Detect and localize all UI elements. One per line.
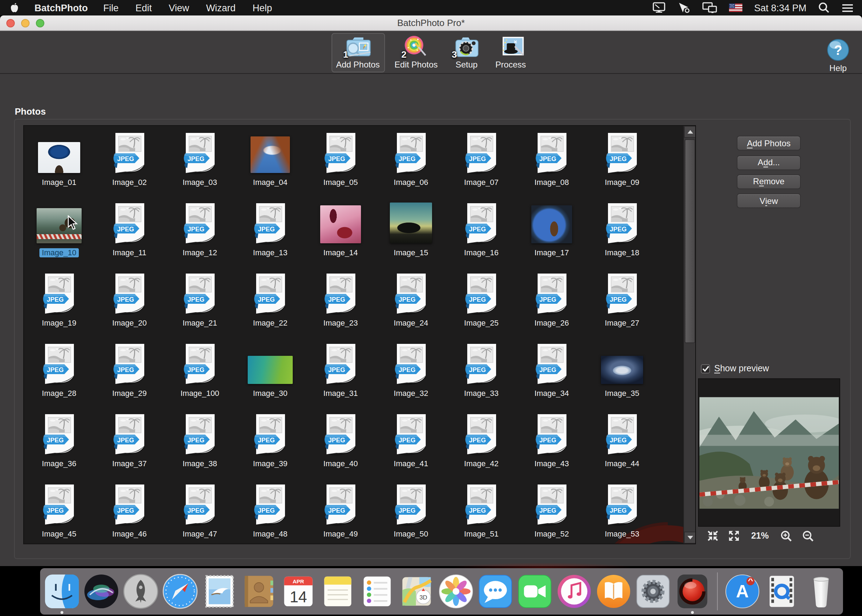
photo-item-image-22[interactable]: JPEG Image_22: [235, 267, 306, 337]
photo-item-image-04[interactable]: Image_04: [235, 126, 306, 196]
photo-item-image-26[interactable]: JPEG Image_26: [517, 267, 587, 337]
photo-item-image-43[interactable]: JPEG Image_43: [517, 407, 587, 478]
photo-item-image-47[interactable]: JPEG Image_47: [165, 478, 235, 544]
photo-item-image-09[interactable]: JPEG Image_09: [587, 126, 657, 196]
dock-quicktime-icon[interactable]: [763, 573, 800, 610]
scrollbar-up-button[interactable]: [684, 126, 696, 138]
photo-item-image-49[interactable]: JPEG Image_49: [306, 478, 376, 544]
dock-maps-icon[interactable]: 3D: [398, 573, 435, 610]
zoom-fit-button[interactable]: [707, 530, 719, 541]
photo-item-image-16[interactable]: JPEG Image_16: [446, 196, 517, 267]
photo-item-image-17[interactable]: Image_17: [517, 196, 587, 267]
photo-item-image-27[interactable]: JPEG Image_27: [587, 267, 657, 337]
mirrored-displays-icon[interactable]: [702, 2, 717, 13]
photo-item-image-21[interactable]: JPEG Image_21: [165, 267, 235, 337]
dock-system-preferences-icon[interactable]: [635, 573, 671, 610]
photo-item-image-28[interactable]: JPEG Image_28: [24, 337, 94, 407]
show-preview-checkbox[interactable]: Show preview: [701, 363, 769, 373]
menu-file[interactable]: File: [104, 2, 119, 13]
photo-item-image-32[interactable]: JPEG Image_32: [376, 337, 446, 407]
photo-item-image-39[interactable]: JPEG Image_39: [235, 407, 306, 478]
photo-item-image-52[interactable]: JPEG Image_52: [517, 478, 587, 544]
dock-app-store-icon[interactable]: A: [724, 573, 761, 610]
menu-wizard[interactable]: Wizard: [206, 2, 236, 13]
photo-item-image-08[interactable]: JPEG Image_08: [517, 126, 587, 196]
photo-item-image-11[interactable]: JPEG Image_11: [94, 196, 165, 267]
photo-item-image-06[interactable]: JPEG Image_06: [376, 126, 446, 196]
add-button[interactable]: Add...: [737, 155, 801, 170]
menu-help[interactable]: Help: [253, 2, 272, 13]
photo-item-image-14[interactable]: Image_14: [306, 196, 376, 267]
display-icon[interactable]: [652, 2, 665, 13]
dock-facetime-icon[interactable]: [517, 573, 553, 610]
zoom-expand-button[interactable]: [728, 530, 739, 541]
dock-siri-icon[interactable]: [83, 573, 120, 610]
add-photos-button[interactable]: Add Photos: [737, 136, 801, 151]
dock-finder-icon[interactable]: [44, 573, 80, 610]
dock-launchpad-icon[interactable]: [123, 573, 159, 610]
photo-item-image-44[interactable]: JPEG Image_44: [587, 407, 657, 478]
zoom-in-button[interactable]: [780, 530, 792, 542]
dock-mail-icon[interactable]: [201, 573, 238, 610]
photo-item-image-48[interactable]: JPEG Image_48: [235, 478, 306, 544]
dock-trash-icon[interactable]: [803, 573, 840, 610]
dock-ibooks-icon[interactable]: [595, 573, 632, 610]
photo-item-image-03[interactable]: JPEG Image_03: [165, 126, 235, 196]
photo-item-image-36[interactable]: JPEG Image_36: [24, 407, 94, 478]
photo-item-image-31[interactable]: JPEG Image_31: [306, 337, 376, 407]
dock-reminders-icon[interactable]: [359, 573, 396, 610]
photo-item-image-25[interactable]: JPEG Image_25: [446, 267, 517, 337]
photo-item-image-30[interactable]: Image_30: [235, 337, 306, 407]
app-menu-batchphoto[interactable]: BatchPhoto: [35, 2, 88, 13]
photo-item-image-45[interactable]: JPEG Image_45: [24, 478, 94, 544]
remove-button[interactable]: Remove: [737, 174, 801, 189]
photo-item-image-41[interactable]: JPEG Image_41: [376, 407, 446, 478]
us-flag-icon[interactable]: [729, 3, 742, 12]
photo-item-image-50[interactable]: JPEG Image_50: [376, 478, 446, 544]
toolbar-help-button[interactable]: ? Help: [821, 35, 855, 73]
photo-item-image-42[interactable]: JPEG Image_42: [446, 407, 517, 478]
photo-item-image-24[interactable]: JPEG Image_24: [376, 267, 446, 337]
dock-messages-icon[interactable]: [477, 573, 514, 610]
menu-edit[interactable]: Edit: [136, 2, 152, 13]
toolbar-process-button[interactable]: Process: [490, 33, 531, 72]
photo-item-image-12[interactable]: JPEG Image_12: [165, 196, 235, 267]
menu-clock[interactable]: Sat 8:34 PM: [754, 2, 807, 13]
toolbar-add-photos-button[interactable]: 1Add Photos: [331, 33, 385, 72]
photo-item-image-20[interactable]: JPEG Image_20: [94, 267, 165, 337]
photo-item-image-46[interactable]: JPEG Image_46: [94, 478, 165, 544]
photo-item-image-07[interactable]: JPEG Image_07: [446, 126, 517, 196]
photo-item-image-33[interactable]: JPEG Image_33: [446, 337, 517, 407]
photo-item-image-10[interactable]: Image_10: [24, 196, 94, 267]
notification-center-icon[interactable]: [842, 3, 854, 13]
menu-view[interactable]: View: [169, 2, 189, 13]
photo-item-image-01[interactable]: Image_01: [24, 126, 94, 196]
photo-item-image-34[interactable]: JPEG Image_34: [517, 337, 587, 407]
dock-itunes-icon[interactable]: [556, 573, 593, 610]
view-button[interactable]: View: [737, 193, 801, 208]
photo-item-image-29[interactable]: JPEG Image_29: [94, 337, 165, 407]
photo-item-image-15[interactable]: Image_15: [376, 196, 446, 267]
zoom-out-button[interactable]: [802, 530, 814, 542]
photo-item-image-23[interactable]: JPEG Image_23: [306, 267, 376, 337]
photo-item-image-53[interactable]: JPEG Image_53: [587, 478, 657, 544]
photo-item-image-18[interactable]: JPEG Image_18: [587, 196, 657, 267]
photo-item-image-02[interactable]: JPEG Image_02: [94, 126, 165, 196]
photo-item-image-19[interactable]: JPEG Image_19: [24, 267, 94, 337]
photo-item-image-37[interactable]: JPEG Image_37: [94, 407, 165, 478]
scrollbar-thumb[interactable]: [685, 139, 695, 343]
dock-notes-icon[interactable]: [320, 573, 356, 610]
toolbar-setup-button[interactable]: 3Setup: [448, 33, 485, 72]
photo-item-image-05[interactable]: JPEG Image_05: [306, 126, 376, 196]
photo-item-image-51[interactable]: JPEG Image_51: [446, 478, 517, 544]
scrollbar-down-button[interactable]: [684, 532, 696, 544]
photo-item-image-13[interactable]: JPEG Image_13: [235, 196, 306, 267]
photo-item-image-100[interactable]: JPEG Image_100: [165, 337, 235, 407]
photo-item-image-38[interactable]: JPEG Image_38: [165, 407, 235, 478]
toolbar-edit-photos-button[interactable]: 2Edit Photos: [389, 33, 443, 72]
dock-contacts-icon[interactable]: [241, 573, 277, 610]
spotlight-search-icon[interactable]: [818, 2, 830, 13]
screen-sharing-icon[interactable]: [677, 2, 690, 13]
apple-menu[interactable]: [10, 2, 19, 13]
dock-safari-icon[interactable]: [162, 573, 199, 610]
